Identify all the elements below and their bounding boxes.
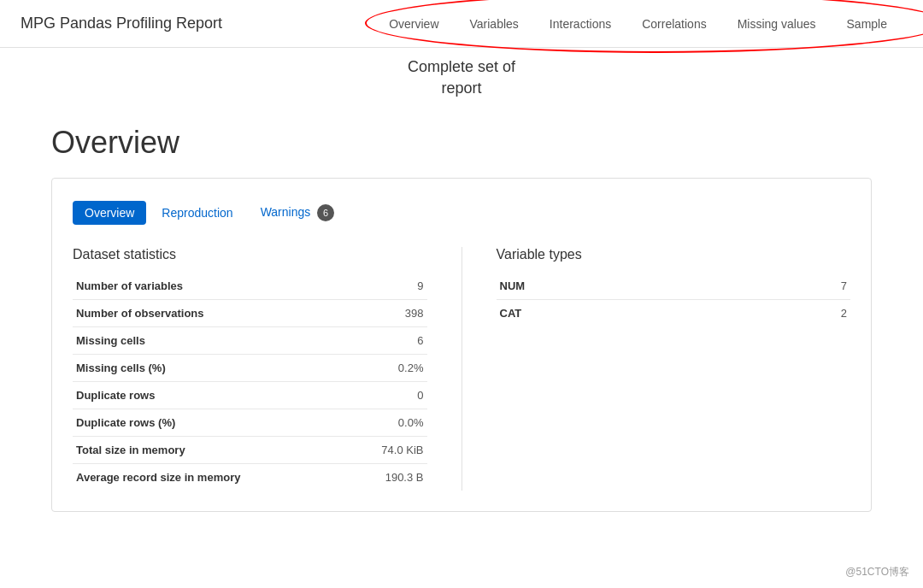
table-row: Missing cells (%) 0.2% — [73, 355, 427, 382]
table-row: Total size in memory 74.0 KiB — [73, 437, 427, 464]
vtype-label: NUM — [497, 273, 749, 300]
stat-label: Duplicate rows (%) — [73, 409, 285, 437]
warnings-badge: 6 — [317, 204, 334, 221]
annotation-text: Complete set of report — [408, 56, 515, 99]
nav-item-overview[interactable]: Overview — [373, 0, 454, 48]
annotation-area: Complete set of report — [0, 48, 923, 108]
dataset-statistics-table: Number of variables 9 Number of observat… — [73, 273, 427, 491]
table-row: Number of variables 9 — [73, 273, 427, 300]
page-title: Overview — [51, 125, 872, 161]
stat-label: Number of observations — [73, 300, 285, 327]
table-row: Number of observations 398 — [73, 300, 427, 327]
vertical-divider — [462, 247, 462, 491]
stat-label: Missing cells — [73, 327, 285, 355]
stat-value: 74.0 KiB — [285, 437, 427, 464]
vtype-label: CAT — [497, 300, 749, 327]
table-row: CAT 2 — [497, 300, 851, 327]
table-row: Missing cells 6 — [73, 327, 427, 355]
table-row: NUM 7 — [497, 273, 851, 300]
table-row: Duplicate rows 0 — [73, 382, 427, 409]
nav-item-missing-values[interactable]: Missing values — [722, 0, 832, 48]
tab-reproduction[interactable]: Reproduction — [150, 201, 244, 225]
sub-tabs: Overview Reproduction Warnings 6 — [73, 199, 850, 226]
overview-card: Overview Reproduction Warnings 6 Dataset… — [51, 178, 872, 512]
stat-value: 190.3 B — [285, 464, 427, 491]
tab-warnings[interactable]: Warnings 6 — [249, 199, 347, 226]
dataset-statistics-section: Dataset statistics Number of variables 9… — [73, 247, 427, 491]
nav-item-variables[interactable]: Variables — [455, 0, 534, 48]
nav-annotation-wrapper: Overview Variables Interactions Correlat… — [373, 0, 902, 48]
navbar: MPG Pandas Profiling Report Overview Var… — [0, 0, 923, 48]
table-row: Duplicate rows (%) 0.0% — [73, 409, 427, 437]
variable-types-table: NUM 7 CAT 2 — [497, 273, 851, 326]
dataset-statistics-title: Dataset statistics — [73, 247, 427, 262]
vtype-value: 2 — [749, 300, 851, 327]
variable-types-section: Variable types NUM 7 CAT 2 — [497, 247, 851, 491]
app-title: MPG Pandas Profiling Report — [21, 15, 222, 32]
main-content: Overview Overview Reproduction Warnings … — [0, 108, 923, 529]
stat-value: 6 — [285, 327, 427, 355]
stat-label: Total size in memory — [73, 437, 285, 464]
stat-label: Duplicate rows — [73, 382, 285, 409]
stat-value: 0 — [285, 382, 427, 409]
nav-item-sample[interactable]: Sample — [832, 0, 902, 48]
nav-item-interactions[interactable]: Interactions — [534, 0, 626, 48]
stat-value: 9 — [285, 273, 427, 300]
stat-value: 0.2% — [285, 355, 427, 382]
stat-label: Average record size in memory — [73, 464, 285, 491]
vtype-value: 7 — [749, 273, 851, 300]
stat-label: Missing cells (%) — [73, 355, 285, 382]
nav-item-correlations[interactable]: Correlations — [626, 0, 721, 48]
variable-types-title: Variable types — [497, 247, 851, 262]
stat-label: Number of variables — [73, 273, 285, 300]
stat-value: 398 — [285, 300, 427, 327]
stat-value: 0.0% — [285, 409, 427, 437]
stats-grid: Dataset statistics Number of variables 9… — [73, 247, 850, 491]
table-row: Average record size in memory 190.3 B — [73, 464, 427, 491]
tab-overview[interactable]: Overview — [73, 201, 146, 225]
